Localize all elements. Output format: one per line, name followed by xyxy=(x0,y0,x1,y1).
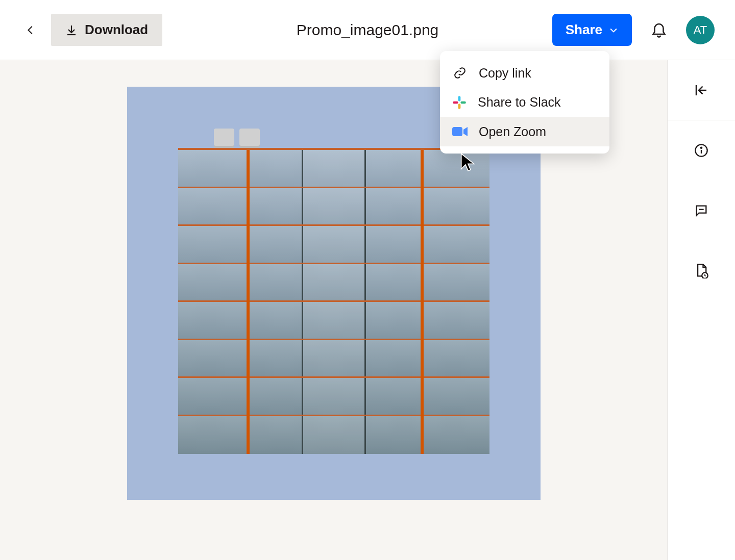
chevron-down-icon xyxy=(608,25,619,35)
building-illustration xyxy=(178,148,489,454)
collapse-panel-button[interactable] xyxy=(668,60,735,120)
svg-rect-3 xyxy=(453,101,458,104)
menu-item-label: Copy link xyxy=(479,66,531,81)
slack-icon xyxy=(452,95,467,110)
info-icon xyxy=(694,143,708,158)
building-floor xyxy=(178,340,489,378)
share-dropdown: Copy link Share to Slack Open Zoom xyxy=(440,51,609,154)
building-floor xyxy=(178,416,489,454)
menu-item-open-zoom[interactable]: Open Zoom xyxy=(440,117,609,146)
building-floor xyxy=(178,226,489,264)
svg-rect-2 xyxy=(458,104,461,109)
download-button[interactable]: Download xyxy=(51,14,162,46)
header-bar: Download Promo_image01.png Share AT Copy… xyxy=(0,0,735,60)
svg-point-7 xyxy=(701,147,702,148)
comments-button[interactable] xyxy=(668,181,735,241)
collapse-left-icon xyxy=(694,83,709,98)
avatar[interactable]: AT xyxy=(686,16,715,44)
building-floor xyxy=(178,150,489,188)
notifications-button[interactable] xyxy=(650,20,668,40)
building-floor xyxy=(178,378,489,416)
back-button[interactable] xyxy=(20,20,41,40)
building-floor xyxy=(178,188,489,226)
header-right-cluster: Share AT xyxy=(552,14,715,46)
bell-icon xyxy=(650,20,668,38)
share-label: Share xyxy=(566,22,602,38)
share-button[interactable]: Share xyxy=(552,14,632,46)
file-activity-button[interactable] xyxy=(668,241,735,301)
menu-item-label: Open Zoom xyxy=(479,124,546,139)
building-floor xyxy=(178,302,489,340)
zoom-icon xyxy=(452,124,468,139)
download-label: Download xyxy=(85,22,148,38)
menu-item-label: Share to Slack xyxy=(478,95,561,110)
roof-unit xyxy=(239,129,260,148)
info-button[interactable] xyxy=(668,120,735,181)
download-icon xyxy=(65,24,78,36)
menu-item-copy-link[interactable]: Copy link xyxy=(440,58,609,88)
menu-item-share-slack[interactable]: Share to Slack xyxy=(440,88,609,117)
svg-rect-1 xyxy=(460,101,466,104)
building-pillar xyxy=(247,150,250,454)
chevron-left-icon xyxy=(25,24,36,36)
avatar-initials: AT xyxy=(694,23,707,37)
comment-icon xyxy=(694,203,708,218)
building-pillar xyxy=(421,150,424,454)
right-rail xyxy=(667,60,735,560)
roof-unit xyxy=(214,129,234,148)
building-floor xyxy=(178,264,489,302)
file-clock-icon xyxy=(694,263,708,278)
svg-rect-4 xyxy=(452,127,462,136)
content-area xyxy=(0,60,735,560)
file-title: Promo_image01.png xyxy=(297,21,439,39)
link-icon xyxy=(452,65,468,81)
svg-rect-0 xyxy=(458,96,461,101)
cursor-icon xyxy=(459,152,477,172)
